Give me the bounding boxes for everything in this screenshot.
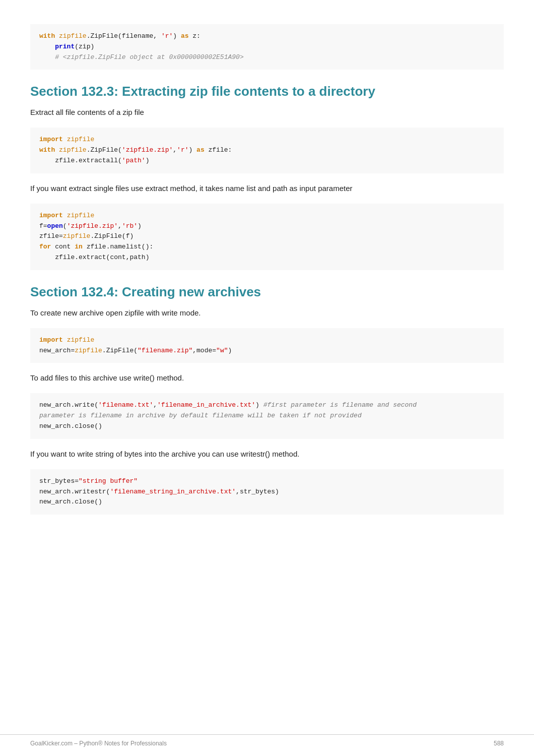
prose-extract-all: Extract all file contents of a zip file: [30, 106, 504, 118]
prose-write-bytes: If you want to write string of bytes int…: [30, 448, 504, 460]
page-footer: GoalKicker.com – Python® Notes for Profe…: [0, 734, 534, 747]
code-block-intro: with zipfile.ZipFile(filename, 'r') as z…: [30, 24, 504, 70]
footer-page-number: 588: [494, 740, 504, 747]
section-132-4-heading: Section 132.4: Creating new archives: [30, 284, 504, 300]
code-block-create-new: import zipfile new_arch=zipfile.ZipFile(…: [30, 328, 504, 363]
code-block-writestr: str_bytes="string buffer" new_arch.write…: [30, 469, 504, 515]
prose-add-files: To add files to this archive use write()…: [30, 372, 504, 384]
section-132-3-heading: Section 132.3: Extracting zip file conte…: [30, 84, 504, 99]
footer-brand: GoalKicker.com – Python® Notes for Profe…: [30, 740, 167, 747]
page-content: with zipfile.ZipFile(filename, 'r') as z…: [0, 0, 534, 554]
prose-extract-single: If you want extract single files use ext…: [30, 182, 504, 195]
prose-create-new: To create new archive open zipfile with …: [30, 307, 504, 319]
code-block-write: new_arch.write('filename.txt','filename_…: [30, 393, 504, 438]
code-block-extract-single: import zipfile f=open('zipfile.zip','rb'…: [30, 204, 504, 270]
code-block-extract-all: import zipfile with zipfile.ZipFile('zip…: [30, 128, 504, 173]
